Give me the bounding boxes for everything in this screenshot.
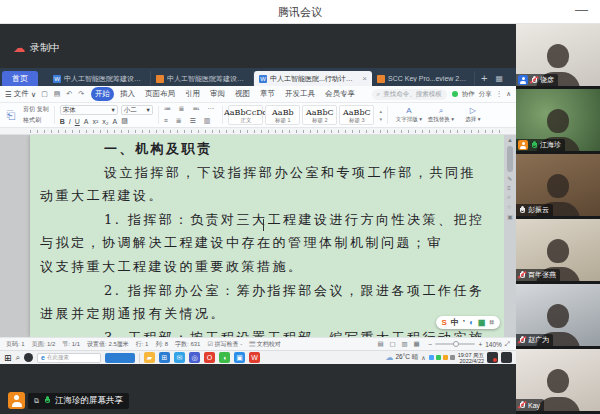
- style-preset-标题 3[interactable]: AaBbC标题 3: [339, 105, 374, 125]
- zoom-slider[interactable]: [435, 343, 475, 345]
- tool-查找替换[interactable]: ⌕查找替换 ▾: [425, 104, 457, 126]
- side-tool-icon[interactable]: ⌕: [507, 194, 513, 201]
- tray-app-icon[interactable]: [443, 355, 448, 360]
- tray-expand-icon[interactable]: ∧: [421, 354, 425, 361]
- ime-icon[interactable]: 中: [451, 319, 459, 327]
- style-preset-正文[interactable]: AaBbCcDd正文: [228, 105, 263, 125]
- view-mode-icons[interactable]: ▤ ▢ ▥ ▦: [378, 340, 422, 348]
- participant-tile[interactable]: 彭振云: [516, 154, 600, 216]
- font-name-select[interactable]: 宋体 ▾: [60, 105, 118, 115]
- tab-close-icon[interactable]: ×: [362, 74, 367, 83]
- tray-app-icon[interactable]: [450, 355, 455, 360]
- tool-文字排版[interactable]: A文字排版 ▾: [393, 104, 425, 126]
- paragraph-buttons-row1[interactable]: ≔ ≣ ≕ ⋯: [164, 105, 218, 113]
- taskbar-search-field[interactable]: e 在此搜索: [37, 353, 101, 363]
- ime-icon[interactable]: ’: [463, 319, 465, 327]
- format-button[interactable]: A: [112, 118, 117, 125]
- pinned-app-icon[interactable]: W: [249, 352, 260, 363]
- tool-选择[interactable]: ▷选择 ▾: [457, 104, 489, 126]
- pinned-app-icon[interactable]: ▰: [144, 352, 155, 363]
- quick-access-icons[interactable]: ▢ ▤ ↶ ↷: [41, 90, 86, 98]
- format-button[interactable]: B: [60, 118, 65, 125]
- start-button[interactable]: ⊞: [4, 353, 12, 363]
- pinned-app-icon[interactable]: O: [204, 352, 215, 363]
- participant-tile[interactable]: 百年张燕: [516, 219, 600, 281]
- side-tool-icon[interactable]: ✎: [507, 175, 513, 182]
- command-search[interactable]: ⌕ 查找命令、搜索模板: [372, 89, 447, 100]
- fullscreen-icon[interactable]: ⤢: [505, 340, 510, 348]
- ime-icon[interactable]: S: [442, 319, 447, 327]
- participant-tile[interactable]: Kay: [516, 349, 600, 411]
- document-tab-active[interactable]: W中人工智能医院...行动计划-W1 - V2×: [254, 71, 372, 86]
- notification-icon-recording[interactable]: [487, 352, 498, 363]
- side-tool-icon[interactable]: ○: [507, 204, 513, 210]
- paragraph-buttons-row2[interactable]: ≡ ≣ ☰ ▥: [164, 117, 218, 125]
- weather-widget[interactable]: ☁ 26°C 晴: [385, 353, 418, 362]
- file-menu[interactable]: ☰ 文件 ∨: [5, 89, 36, 99]
- notification-icon[interactable]: [501, 352, 512, 363]
- font-size-select[interactable]: 小二 ▾: [121, 105, 153, 115]
- taskbar-clock[interactable]: 19:07 周五 2022/4/22: [458, 352, 484, 364]
- scrollbar[interactable]: ▲ ✎≡⌕○▣: [504, 135, 516, 337]
- cut-button[interactable]: 剪切: [23, 106, 35, 112]
- assistant-icon[interactable]: [24, 353, 33, 362]
- cut-copy-buttons[interactable]: 剪切 复制: [23, 105, 49, 114]
- scroll-up-icon[interactable]: ▲: [507, 137, 513, 143]
- zoom-slider-knob[interactable]: [453, 341, 459, 347]
- taskbar-search-icon[interactable]: ⌕: [16, 353, 20, 363]
- ribbon-tab-开始[interactable]: 开始: [91, 87, 114, 101]
- taskbar-blue-chip[interactable]: [105, 353, 135, 363]
- sogou-ime-bar[interactable]: S中’◐▦⌗: [436, 316, 501, 329]
- format-button[interactable]: x₂: [102, 118, 108, 125]
- participant-tile[interactable]: 赵广为: [516, 284, 600, 346]
- pinned-app-icon[interactable]: ◖: [219, 352, 230, 363]
- tab-list-icon[interactable]: ▦: [495, 74, 503, 83]
- more-icon[interactable]: ⋮: [496, 90, 503, 98]
- gallery-scroll-icon[interactable]: ▴: [379, 108, 382, 114]
- ribbon-tab-页面布局[interactable]: 页面布局: [141, 87, 179, 101]
- document-tab[interactable]: 中人工智能医院筹建设专项会议: [151, 71, 254, 86]
- collaborate-button[interactable]: 协作: [462, 90, 475, 99]
- ime-icon[interactable]: ⌗: [489, 319, 494, 327]
- style-preset-标题 1[interactable]: AaBb标题 1: [265, 105, 300, 125]
- format-button[interactable]: A: [84, 118, 89, 125]
- ribbon-tab-审阅[interactable]: 审阅: [206, 87, 229, 101]
- pinned-app-icon[interactable]: ▣: [234, 352, 245, 363]
- pinned-app-icon[interactable]: ⊞: [159, 352, 170, 363]
- format-button[interactable]: ▨: [121, 117, 128, 125]
- ribbon-tab-视图[interactable]: 视图: [231, 87, 254, 101]
- document-page[interactable]: 一、机构及职责设立指挥部，下设指挥部办公室和专项工作部，共同推动重大工程建设。1…: [30, 135, 504, 337]
- collapse-ribbon-icon[interactable]: ∧: [506, 90, 511, 98]
- pinned-app-icon[interactable]: ◎: [189, 352, 200, 363]
- tray-app-icon[interactable]: [436, 355, 441, 360]
- ribbon-tab-会员专享[interactable]: 会员专享: [321, 87, 359, 101]
- zoom-in-button[interactable]: +: [478, 341, 482, 348]
- new-tab-button[interactable]: +: [481, 72, 487, 84]
- tray-app-icon[interactable]: [429, 355, 434, 360]
- document-tab[interactable]: SCC Key Pro...eview 2022: [372, 71, 475, 86]
- document-tab[interactable]: W中人工智能医院筹建设办公会议纪要: [48, 71, 151, 86]
- share-button[interactable]: 分享: [479, 90, 492, 99]
- ime-icon[interactable]: ▦: [478, 319, 486, 327]
- format-button[interactable]: I: [69, 118, 71, 125]
- ribbon-tab-引用[interactable]: 引用: [181, 87, 204, 101]
- style-gallery-scroll[interactable]: ▴▾: [379, 104, 382, 126]
- zoom-level[interactable]: 140%: [485, 341, 502, 348]
- ime-icon[interactable]: ◐: [469, 319, 474, 327]
- participant-tile[interactable]: 江海珍: [516, 89, 600, 151]
- side-tool-icon[interactable]: ▣: [507, 213, 513, 220]
- side-tool-icon[interactable]: ≡: [507, 185, 513, 191]
- minimize-button[interactable]: —: [575, 2, 588, 17]
- format-button[interactable]: U: [75, 118, 80, 125]
- zoom-out-button[interactable]: −: [429, 341, 433, 348]
- copy-button[interactable]: 复制: [37, 106, 49, 112]
- pinned-app-icon[interactable]: ✉: [174, 352, 185, 363]
- paste-button[interactable]: ⎗: [4, 104, 18, 126]
- gallery-scroll-icon[interactable]: ▾: [379, 116, 382, 122]
- participant-tile[interactable]: 饶彦: [516, 24, 600, 86]
- ribbon-tab-章节[interactable]: 章节: [256, 87, 279, 101]
- ribbon-tab-插入[interactable]: 插入: [116, 87, 139, 101]
- tab-home[interactable]: 首页: [2, 71, 38, 86]
- ribbon-tab-开发工具[interactable]: 开发工具: [281, 87, 319, 101]
- style-preset-标题 2[interactable]: AaBbC标题 2: [302, 105, 337, 125]
